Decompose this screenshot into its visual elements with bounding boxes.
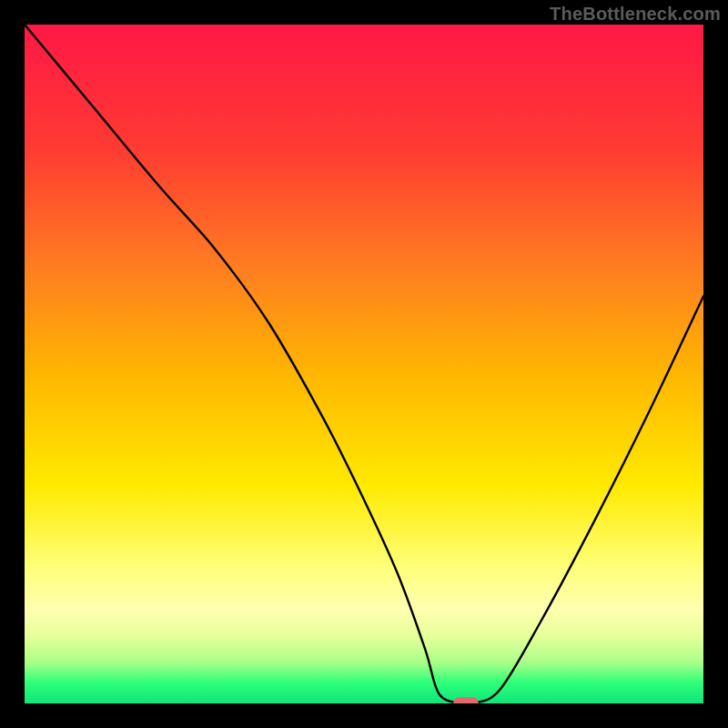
credit-label: TheBottleneck.com (550, 4, 721, 25)
optimum-marker (453, 697, 479, 703)
plot-area (25, 25, 703, 703)
bottleneck-curve (25, 25, 703, 703)
chart-frame: TheBottleneck.com (0, 0, 728, 728)
curve-layer (25, 25, 703, 703)
